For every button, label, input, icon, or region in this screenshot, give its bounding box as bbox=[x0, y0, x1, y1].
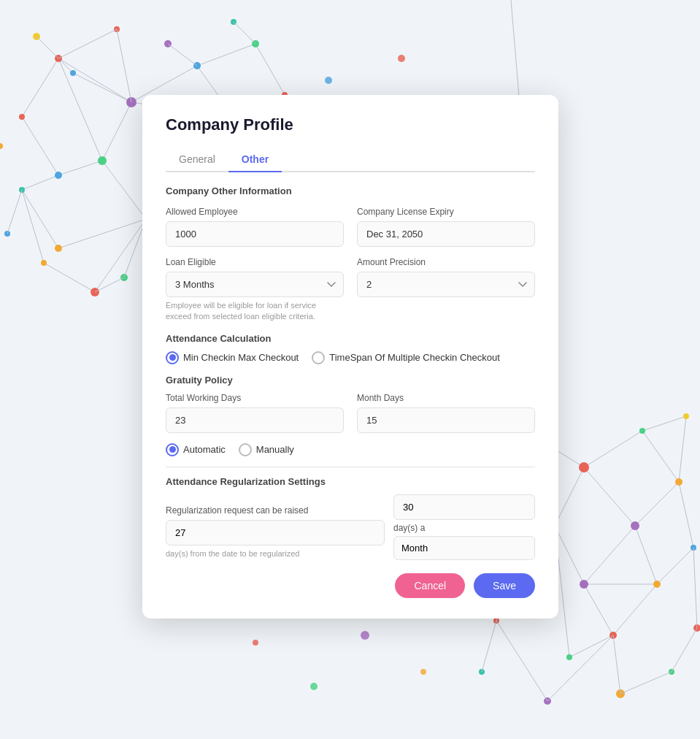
svg-point-74 bbox=[675, 478, 682, 486]
month-days-input[interactable] bbox=[357, 407, 535, 433]
svg-line-96 bbox=[613, 635, 620, 694]
tab-bar: General Other bbox=[166, 148, 535, 172]
svg-point-78 bbox=[653, 581, 661, 588]
svg-point-82 bbox=[566, 654, 572, 660]
regularization-title: Attendance Regularization Settings bbox=[166, 476, 535, 487]
svg-point-107 bbox=[398, 55, 405, 62]
radio-manually-label: Manually bbox=[256, 444, 294, 455]
loan-hint: Employee will be eligible for loan if se… bbox=[166, 300, 344, 323]
svg-line-43 bbox=[36, 37, 58, 58]
svg-point-27 bbox=[55, 172, 62, 179]
gratuity-policy-title: Gratuity Policy bbox=[166, 375, 535, 386]
company-license-expiry-input[interactable] bbox=[357, 221, 535, 247]
svg-line-67 bbox=[569, 635, 613, 657]
svg-line-69 bbox=[642, 416, 686, 431]
svg-line-63 bbox=[584, 526, 635, 584]
svg-line-16 bbox=[197, 44, 255, 66]
calculation-group: Automatic Manually bbox=[166, 443, 535, 456]
svg-line-98 bbox=[672, 628, 697, 672]
amount-precision-group: Amount Precision 1 2 3 4 bbox=[357, 257, 535, 323]
svg-point-103 bbox=[420, 669, 426, 675]
svg-point-26 bbox=[19, 114, 25, 120]
svg-line-4 bbox=[102, 102, 131, 161]
svg-point-41 bbox=[0, 143, 3, 149]
svg-point-83 bbox=[683, 413, 689, 419]
svg-line-11 bbox=[22, 190, 58, 248]
total-working-days-group: Total Working Days bbox=[166, 393, 344, 433]
radio-manually-circle bbox=[239, 443, 252, 456]
svg-line-7 bbox=[22, 117, 58, 175]
svg-point-105 bbox=[253, 640, 258, 646]
svg-point-73 bbox=[639, 428, 645, 434]
svg-line-5 bbox=[58, 58, 102, 161]
svg-line-53 bbox=[642, 431, 679, 482]
month-days-label: Month Days bbox=[357, 393, 535, 403]
svg-line-52 bbox=[584, 431, 642, 467]
total-working-days-label: Total Working Days bbox=[166, 393, 344, 403]
radio-min-checkin-label: Min Checkin Max Checkout bbox=[183, 352, 299, 363]
svg-line-47 bbox=[234, 22, 255, 44]
regularization-section: Attendance Regularization Settings Regul… bbox=[166, 467, 535, 560]
svg-line-66 bbox=[613, 584, 657, 635]
tab-general[interactable]: General bbox=[166, 148, 228, 172]
svg-line-55 bbox=[584, 467, 635, 526]
loan-eligible-group: Loan Eligible 3 Months 6 Months 1 Year E… bbox=[166, 257, 344, 323]
svg-line-56 bbox=[555, 467, 584, 526]
form-row-gratuity: Total Working Days Month Days bbox=[166, 393, 535, 433]
radio-automatic[interactable]: Automatic bbox=[166, 443, 226, 456]
svg-point-32 bbox=[41, 260, 47, 266]
svg-line-8 bbox=[58, 161, 102, 175]
svg-line-50 bbox=[95, 277, 124, 292]
svg-line-6 bbox=[22, 58, 58, 117]
form-row-1: Allowed Employee Company License Expiry bbox=[166, 207, 535, 247]
loan-eligible-select[interactable]: 3 Months 6 Months 1 Year bbox=[166, 272, 344, 297]
svg-line-54 bbox=[635, 482, 679, 526]
svg-point-104 bbox=[310, 683, 318, 690]
company-profile-modal: Company Profile General Other Company Ot… bbox=[142, 95, 558, 619]
svg-line-14 bbox=[44, 263, 95, 292]
svg-line-65 bbox=[584, 584, 613, 635]
period-select[interactable]: Month Week Year bbox=[393, 536, 535, 560]
svg-line-59 bbox=[635, 526, 657, 584]
svg-line-48 bbox=[7, 190, 22, 234]
company-license-expiry-group: Company License Expiry bbox=[357, 207, 535, 247]
save-button[interactable]: Save bbox=[474, 573, 535, 598]
month-days-group: Month Days bbox=[357, 393, 535, 433]
radio-timespan[interactable]: TimeSpan Of Multiple Checkin Checkout bbox=[312, 351, 500, 364]
regularization-days-input[interactable] bbox=[166, 520, 385, 545]
svg-line-10 bbox=[58, 219, 146, 248]
total-working-days-input[interactable] bbox=[166, 407, 344, 433]
form-row-2: Loan Eligible 3 Months 6 Months 1 Year E… bbox=[166, 257, 535, 323]
tab-other[interactable]: Other bbox=[228, 148, 282, 172]
attendance-calc-title: Attendance Calculation bbox=[166, 333, 535, 344]
regularization-right-input[interactable] bbox=[393, 494, 535, 520]
svg-line-44 bbox=[117, 29, 131, 102]
day-label: day(s) a bbox=[393, 523, 535, 533]
svg-line-94 bbox=[496, 621, 547, 701]
svg-line-17 bbox=[255, 44, 285, 95]
svg-line-45 bbox=[58, 29, 117, 58]
svg-point-75 bbox=[631, 521, 639, 530]
svg-line-12 bbox=[22, 175, 58, 190]
section-title: Company Other Information bbox=[166, 185, 535, 196]
svg-point-80 bbox=[580, 580, 588, 589]
svg-line-99 bbox=[693, 548, 697, 628]
svg-line-60 bbox=[657, 548, 693, 584]
amount-precision-label: Amount Precision bbox=[357, 257, 535, 267]
cancel-button[interactable]: Cancel bbox=[395, 573, 465, 598]
regularization-left: Regularization request can be raised day… bbox=[166, 505, 385, 559]
svg-point-29 bbox=[55, 245, 62, 252]
svg-line-0 bbox=[58, 58, 131, 102]
radio-timespan-circle bbox=[312, 351, 325, 364]
radio-timespan-label: TimeSpan Of Multiple Checkin Checkout bbox=[329, 352, 500, 363]
radio-min-checkin-circle bbox=[166, 351, 179, 364]
regularization-label: Regularization request can be raised bbox=[166, 505, 385, 516]
radio-automatic-label: Automatic bbox=[183, 444, 226, 455]
radio-min-checkin[interactable]: Min Checkin Max Checkout bbox=[166, 351, 299, 364]
modal-title: Company Profile bbox=[166, 115, 535, 134]
svg-point-35 bbox=[70, 70, 76, 76]
radio-manually[interactable]: Manually bbox=[239, 443, 294, 456]
amount-precision-select[interactable]: 1 2 3 4 bbox=[357, 272, 535, 297]
regularization-right: day(s) a Month Week Year bbox=[393, 494, 535, 560]
allowed-employee-input[interactable] bbox=[166, 221, 344, 247]
